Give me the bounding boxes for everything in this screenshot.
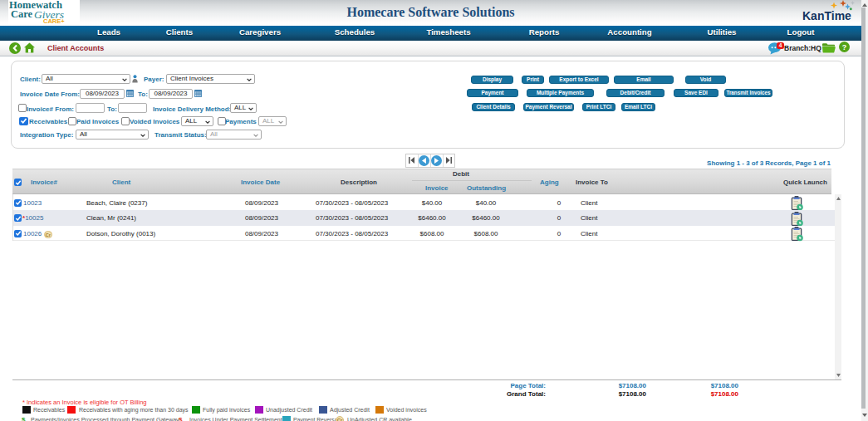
svg-text:CARE+: CARE+ [43,17,65,25]
svg-text:Care: Care [11,8,33,20]
